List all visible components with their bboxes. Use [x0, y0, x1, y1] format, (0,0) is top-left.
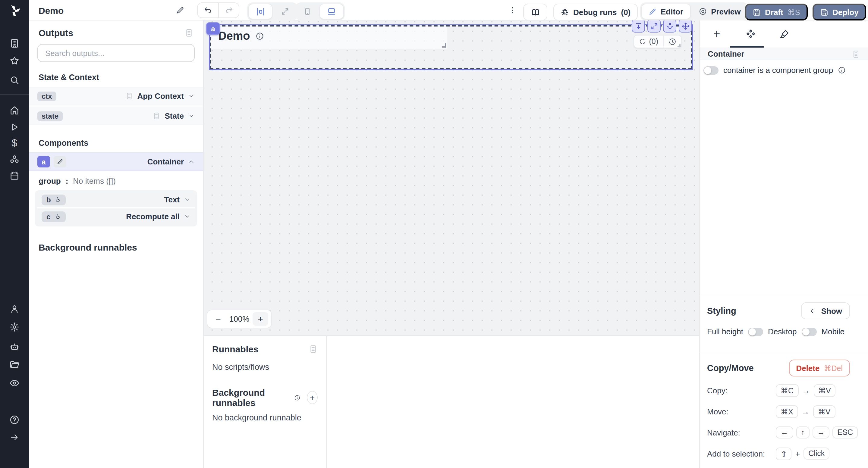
output-row-state[interactable]: state State: [29, 107, 203, 125]
redo-button[interactable]: [219, 3, 239, 18]
component-row-text[interactable]: b Text: [37, 192, 195, 208]
help-icon[interactable]: [9, 415, 20, 425]
copy-move-section: Copy/Move Delete ⌘Del Copy: ⌘C → ⌘V Move…: [700, 352, 868, 468]
outputs-search-input[interactable]: [44, 48, 188, 58]
kbd-key: ⌘X: [776, 405, 798, 418]
component-group-toggle[interactable]: [704, 66, 718, 74]
component-settings-tab[interactable]: [741, 21, 760, 47]
runnables-panel: Runnables No scripts/flows Background ru…: [204, 336, 699, 468]
info-icon: [838, 66, 846, 74]
move-handle[interactable]: [679, 21, 692, 33]
full-height-mobile-toggle[interactable]: [801, 327, 816, 336]
styling-tab[interactable]: [775, 21, 794, 47]
expand-down-handle[interactable]: [632, 21, 645, 33]
panel-doc-icon[interactable]: [852, 50, 860, 58]
rail-divider: [0, 94, 29, 95]
outputs-heading: Outputs: [38, 28, 73, 38]
delete-shortcut: ⌘Del: [824, 364, 843, 372]
component-row-container[interactable]: a Container: [29, 153, 203, 171]
mobile-view-button[interactable]: [297, 4, 318, 19]
chevron-down-icon[interactable]: [188, 113, 195, 119]
components-diamond-icon: [745, 29, 755, 39]
workers-robot-icon[interactable]: [9, 342, 20, 352]
styling-heading: Styling: [707, 306, 736, 315]
more-menu-kebab-icon[interactable]: [506, 0, 518, 21]
fullscreen-handle[interactable]: [647, 21, 661, 33]
home-icon[interactable]: [9, 105, 20, 115]
container-type-label: Container: [147, 157, 184, 166]
desktop-view-button[interactable]: [319, 4, 344, 19]
kbd-key: ↑: [796, 427, 809, 438]
selected-container[interactable]: a Demo: [210, 25, 692, 69]
variables-dollar-icon[interactable]: $: [12, 137, 18, 149]
info-icon: [294, 394, 301, 401]
insert-component-tab[interactable]: +: [707, 21, 726, 47]
outputs-search: [37, 44, 195, 62]
shortcut-label: Copy:: [707, 386, 776, 395]
components-heading: Components: [38, 138, 193, 147]
shortcut-row-copy: Copy: ⌘C → ⌘V: [707, 383, 850, 398]
pointer-hand-icon: [55, 196, 61, 203]
runs-play-icon[interactable]: [10, 122, 19, 132]
delete-component-button[interactable]: Delete ⌘Del: [789, 360, 850, 376]
info-icon: [255, 32, 264, 40]
full-width-button[interactable]: [274, 4, 297, 19]
output-row-ctx[interactable]: ctx App Context: [29, 87, 203, 105]
search-icon[interactable]: [9, 75, 20, 85]
chevron-down-icon[interactable]: [184, 196, 190, 203]
workspace-building-icon[interactable]: [9, 38, 20, 48]
chevron-down-icon[interactable]: [184, 213, 190, 220]
undo-button[interactable]: [198, 3, 218, 18]
preview-tab[interactable]: Preview: [692, 4, 747, 19]
panel-doc-icon[interactable]: [309, 344, 318, 354]
panel-doc-icon[interactable]: [184, 28, 193, 37]
component-row-recompute[interactable]: c Recompute all: [37, 208, 195, 225]
chevron-down-icon[interactable]: [188, 93, 195, 99]
schedules-calendar-icon[interactable]: [9, 171, 20, 181]
text-type-label: Text: [164, 195, 180, 204]
runnables-empty-text: No scripts/flows: [212, 363, 318, 372]
state-id-badge[interactable]: state: [37, 111, 63, 121]
user-icon[interactable]: [9, 304, 20, 314]
chevron-up-icon[interactable]: [188, 158, 195, 165]
zoom-in-button[interactable]: +: [253, 312, 268, 326]
app-canvas[interactable]: a Demo: [204, 21, 699, 336]
canvas-width-group: [247, 2, 298, 21]
state-context-heading: State & Context: [38, 73, 193, 82]
text-component[interactable]: Demo: [211, 27, 447, 49]
full-height-label: Full height: [707, 327, 743, 336]
full-height-desktop-toggle[interactable]: [748, 327, 763, 336]
recompute-type-label: Recompute all: [126, 212, 180, 221]
edit-title-pencil-icon[interactable]: [176, 0, 184, 21]
ctx-id-badge[interactable]: ctx: [37, 91, 56, 101]
app-title: Demo: [38, 0, 64, 21]
zoom-out-button[interactable]: −: [210, 312, 226, 326]
folders-icon[interactable]: [9, 359, 20, 370]
settings-gear-icon[interactable]: [9, 322, 20, 332]
docs-book-button[interactable]: [523, 4, 547, 21]
debug-runs-button[interactable]: Debug runs (0): [553, 4, 638, 21]
resources-cubes-icon[interactable]: [9, 155, 20, 165]
selection-handles: [632, 21, 692, 33]
audit-eye-icon[interactable]: [9, 378, 20, 388]
favorites-star-icon[interactable]: [9, 56, 20, 66]
deploy-button[interactable]: Deploy: [812, 4, 867, 21]
resize-corner-handle[interactable]: [442, 43, 446, 47]
refresh-component-button[interactable]: (0): [634, 37, 663, 46]
anchor-handle[interactable]: [663, 21, 676, 33]
recompute-id-badge[interactable]: c: [41, 211, 65, 222]
paintbrush-icon: [779, 29, 789, 39]
draft-save-button[interactable]: Draft ⌘S: [745, 4, 808, 21]
desktop-label: Desktop: [768, 327, 797, 336]
styling-show-button[interactable]: Show: [801, 302, 850, 319]
preview-tab-label: Preview: [711, 7, 741, 16]
windmill-logo-icon[interactable]: [8, 4, 21, 18]
add-background-runnable-button[interactable]: +: [307, 391, 318, 404]
expand-rail-arrow-icon[interactable]: [10, 432, 19, 442]
editor-tab[interactable]: Editor: [641, 4, 690, 19]
text-id-badge[interactable]: b: [41, 194, 66, 205]
centered-layout-button[interactable]: [248, 4, 273, 19]
background-runnables-empty-text: No background runnable: [212, 413, 318, 422]
container-id-badge[interactable]: a: [37, 156, 50, 167]
rename-pencil-icon[interactable]: [54, 156, 66, 167]
